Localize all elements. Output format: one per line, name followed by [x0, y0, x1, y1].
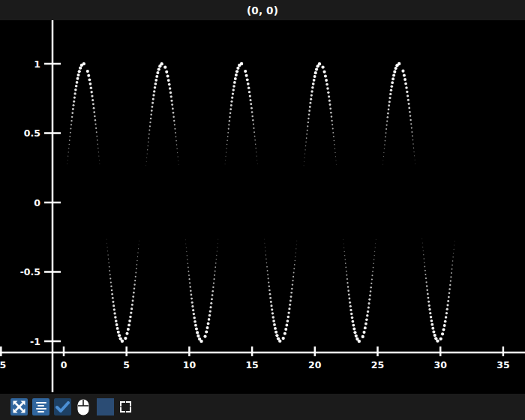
- move-arrows-icon: [13, 400, 26, 413]
- plot-canvas[interactable]: -50510152025303510.50-0.5-1: [0, 20, 525, 394]
- svg-text:35: 35: [496, 359, 509, 370]
- svg-text:20: 20: [308, 359, 322, 370]
- plot-app-window: (0, 0) -50510152025303510.50-0.5-1: [0, 0, 525, 420]
- svg-text:1: 1: [34, 58, 40, 70]
- align-button[interactable]: [32, 398, 50, 416]
- fullscreen-icon[interactable]: [120, 401, 131, 412]
- bottom-toolbar: [0, 394, 525, 420]
- svg-text:-1: -1: [30, 336, 40, 347]
- svg-text:30: 30: [434, 359, 447, 370]
- svg-text:-5: -5: [0, 359, 6, 370]
- pan-button[interactable]: [10, 398, 28, 416]
- plot-area[interactable]: -50510152025303510.50-0.5-1: [0, 20, 525, 394]
- mouse-icon: [76, 398, 91, 416]
- align-center-icon: [36, 402, 46, 412]
- svg-text:0.5: 0.5: [24, 128, 40, 139]
- svg-text:25: 25: [371, 359, 384, 370]
- svg-text:5: 5: [123, 359, 130, 370]
- svg-text:0: 0: [34, 197, 40, 208]
- svg-text:15: 15: [245, 359, 258, 370]
- svg-text:0: 0: [61, 359, 68, 370]
- svg-text:-0.5: -0.5: [20, 266, 40, 278]
- checkmark-icon: [56, 401, 70, 412]
- checkbox-button[interactable]: [54, 398, 71, 416]
- svg-text:10: 10: [183, 359, 196, 370]
- color-swatch[interactable]: [97, 398, 114, 416]
- plot-title: (0, 0): [0, 0, 525, 20]
